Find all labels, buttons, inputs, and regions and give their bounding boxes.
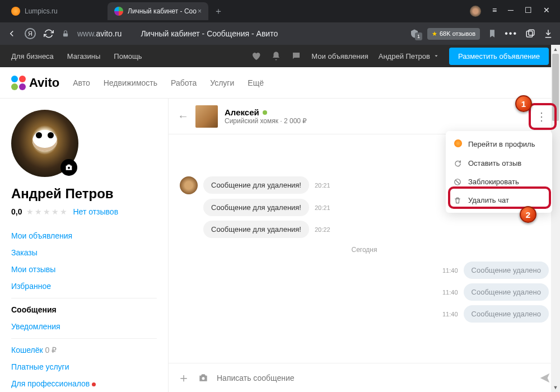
menu-item-label: Заблокировать [468,178,519,186]
menu-item-review[interactable]: Оставить отзыв [446,154,552,172]
page-content: Для бизнеса Магазины Помощь Мои объявлен… [0,45,560,392]
heart-icon[interactable] [251,51,261,61]
url-display[interactable]: www.avito.ru [77,29,122,38]
new-tab-button[interactable]: ＋ [211,3,226,19]
message-avatar [180,176,198,194]
online-indicator-icon [263,110,267,115]
user-menu[interactable]: Андрей Петров [379,52,439,60]
category-link[interactable]: Услуги [210,78,234,87]
svg-rect-1 [526,31,533,38]
category-link[interactable]: Авто [73,78,90,87]
minimize-icon[interactable]: ─ [508,6,514,17]
brand-logo[interactable]: Avito [11,76,59,90]
message-time: 20:21 [315,182,330,189]
page-scrollbar[interactable]: ▲ ▼ [551,45,560,392]
block-icon [454,178,463,186]
send-icon[interactable] [539,372,551,384]
sidebar-item[interactable]: Мои объявления [11,227,157,244]
annotation-marker: 1 [515,95,532,112]
category-link[interactable]: Недвижимость [104,78,157,87]
camera-icon[interactable] [60,159,77,176]
address-bar: Я www.avito.ru Личный кабинет - Сообщени… [0,22,560,45]
message-composer: ＋ [169,363,560,392]
browser-titlebar: Lumpics.ru Личный кабинет - Соо × ＋ ≡ ─ … [0,0,560,22]
reload-icon[interactable] [44,29,54,39]
category-link[interactable]: Ещё [248,78,264,87]
browser-tab-active[interactable]: Личный кабинет - Соо × [108,2,208,20]
menu-item-label: Оставить отзыв [468,159,521,167]
site-topbar: Для бизнеса Магазины Помощь Мои объявлен… [0,45,560,67]
topbar-link[interactable]: Помощь [114,52,142,60]
category-bar: Avito Авто Недвижимость Работа Услуги Ещ… [0,67,560,99]
topbar-link[interactable]: Для бизнеса [11,52,54,60]
menu-item-block[interactable]: Заблокировать [446,172,552,191]
message-bubble: Сообщение для удаления! [203,221,309,238]
scrollbar-thumb[interactable] [552,54,559,121]
sidebar-item[interactable]: Избранное [11,278,157,295]
tab-title: Lumpics.ru [25,7,58,15]
message-input[interactable] [217,374,531,382]
date-divider: Сегодня [180,246,549,254]
close-icon[interactable]: × [198,7,202,15]
lock-icon[interactable] [62,30,69,38]
more-icon[interactable]: ••• [505,29,517,39]
message-time: 11:40 [442,311,458,318]
scroll-down-icon[interactable]: ▼ [551,383,560,392]
my-ads-link[interactable]: Мои объявления [311,52,368,60]
chat-peer-avatar[interactable] [195,105,218,128]
stars-icon: ★★★★★ [26,207,68,216]
no-reviews-link[interactable]: Нет отзывов [73,207,118,216]
shield-icon[interactable]: 1 [409,29,419,39]
annotation-marker: 2 [520,206,536,223]
bookmark-icon[interactable] [488,29,497,38]
menu-item-label: Удалить чат [468,196,509,204]
message-time: 11:40 [442,289,458,296]
chat-menu-button[interactable]: ⋮ [532,107,551,126]
camera-icon[interactable] [198,372,209,384]
scroll-up-icon[interactable]: ▲ [551,45,560,54]
sidebar-item[interactable]: Для профессионалов [11,375,157,392]
svg-point-4 [202,377,205,380]
menu-icon[interactable]: ≡ [492,6,497,17]
topbar-link[interactable]: Магазины [67,52,101,60]
chat-panel: ← Алексей Сирийский хомяк · 2 000 ₽ ⋮ 19… [168,99,560,392]
back-icon[interactable]: ← [178,110,189,123]
yandex-icon[interactable]: Я [25,28,36,39]
favicon-icon [114,7,123,16]
sidebar-item[interactable]: Платные услуги [11,358,157,375]
post-ad-button[interactable]: Разместить объявление [449,48,549,65]
sidebar-item[interactable]: Сообщения [11,298,157,318]
bell-icon[interactable] [271,51,281,61]
browser-tab[interactable]: Lumpics.ru [4,2,105,20]
category-link[interactable]: Работа [171,78,197,87]
back-icon[interactable] [7,29,17,39]
maximize-icon[interactable]: ☐ [525,6,532,17]
chat-listing[interactable]: Сирийский хомяк · 2 000 ₽ [225,117,307,125]
message-icon[interactable] [291,51,301,61]
chat-peer-name[interactable]: Алексей [225,108,259,117]
svg-point-3 [68,167,70,169]
reviews-badge[interactable]: ★68K отзывов [427,28,480,40]
message-bubble: Сообщение для удаления! [203,176,309,194]
wallet-amount: 0 ₽ [43,346,57,354]
extensions-icon[interactable] [525,29,535,39]
chevron-down-icon [433,53,439,59]
svg-rect-2 [529,30,534,35]
sidebar-item[interactable]: Мои отзывы [11,261,157,278]
sidebar-item[interactable]: Кошелёк 0 ₽ [11,338,157,358]
menu-item-label: Перейти в профиль [468,140,535,148]
sidebar-item[interactable]: Уведомления [11,318,157,335]
svg-rect-0 [63,33,68,36]
message-time: 20:21 [315,204,330,211]
downloads-icon[interactable] [543,29,553,39]
message-bubble: Сообщение для удаления! [203,199,309,216]
close-window-icon[interactable]: ✕ [543,6,550,17]
menu-item-profile[interactable]: Перейти в профиль [446,134,552,154]
attach-icon[interactable]: ＋ [178,370,190,386]
menu-item-trash[interactable]: Удалить чат [446,191,552,209]
profile-avatar-icon[interactable] [470,6,481,17]
profile-avatar[interactable] [11,110,78,177]
sidebar-item[interactable]: Заказы [11,244,157,261]
chat-header: ← Алексей Сирийский хомяк · 2 000 ₽ ⋮ [169,99,560,134]
favicon-icon [11,7,20,16]
